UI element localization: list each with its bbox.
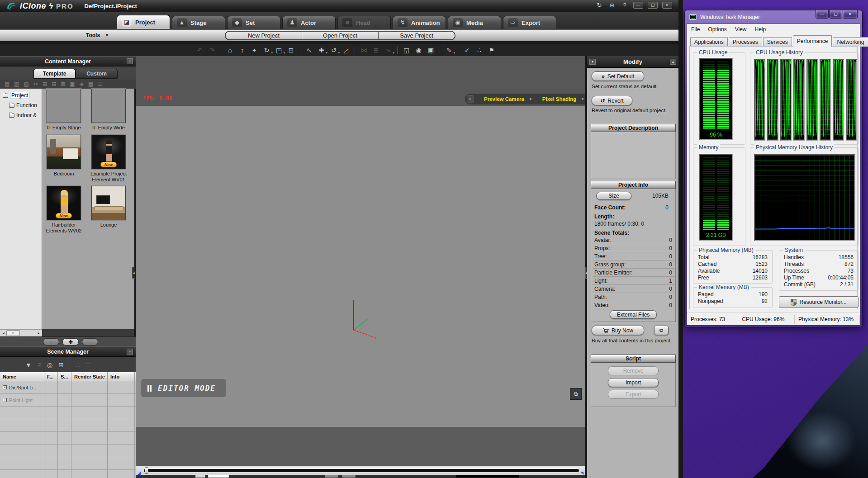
select-tool-icon[interactable]: ↖ [303, 47, 315, 54]
open-project-button[interactable]: Open Project [302, 32, 379, 39]
buy-now-button[interactable]: Buy Now [592, 326, 644, 335]
nav-add-button[interactable]: ✚ [62, 338, 79, 345]
content-tab-custom[interactable]: Custom [76, 69, 118, 79]
content-item-thumbnail[interactable] [91, 89, 126, 123]
tab-stage[interactable]: ▲Stage [172, 16, 225, 29]
tab-networking[interactable]: Networking [833, 37, 868, 47]
move-view-icon[interactable]: ⌖ [248, 47, 261, 54]
fullscreen-icon[interactable]: ▣ [425, 47, 437, 54]
menu-options[interactable]: Options [704, 25, 730, 34]
scale-gizmo-icon[interactable]: ◿ [340, 47, 352, 54]
minimize-viewport-icon[interactable]: ◱ [400, 47, 413, 54]
brush-icon[interactable]: ✎▾ [443, 47, 455, 54]
close-icon[interactable]: ✕ [843, 10, 858, 19]
timeline-end-marker[interactable] [580, 472, 583, 475]
preview-camera-menu[interactable]: Preview Camera [484, 96, 524, 102]
content-item-thumbnail[interactable]: New [47, 186, 81, 220]
maximize-icon[interactable]: ▢ [648, 2, 658, 9]
nav-forward-button[interactable]: → [82, 338, 98, 345]
duplicate-column-icon[interactable]: ⊞ [58, 361, 64, 369]
scroll-right-icon[interactable]: ▸ [36, 331, 41, 336]
move-gizmo-icon[interactable]: ✚▾ [315, 47, 327, 54]
pack-buy-icon-button[interactable]: ⧉ [654, 326, 669, 335]
control-button[interactable] [195, 475, 205, 478]
sync-icon[interactable]: ↻ [595, 2, 603, 9]
timeline-playhead[interactable] [145, 467, 148, 474]
particle-icon[interactable]: ∴ [473, 47, 485, 54]
maximize-icon[interactable]: ▢ [829, 10, 842, 19]
home-view-icon[interactable]: ⌂ [224, 47, 236, 54]
expand-icon[interactable]: + [3, 398, 7, 402]
column-header-info[interactable]: Info [108, 372, 135, 381]
viewport-3d-render-area[interactable]: EDITOR MODE ⧉ [136, 106, 585, 427]
viewport-expand-icon[interactable]: ⧉ [570, 388, 582, 400]
collapse-panel-icon[interactable]: ▫ [127, 58, 133, 64]
flag-icon[interactable]: ⚑ [485, 47, 498, 54]
frame-object-icon[interactable]: ⊡ [285, 47, 297, 54]
pixel-shading-menu[interactable]: Pixel Shading [542, 96, 576, 102]
size-button[interactable]: Size [596, 192, 631, 200]
tree-item-indoor[interactable]: Indoor & [0, 110, 42, 120]
tab-services[interactable]: Services [763, 37, 792, 47]
tab-animation[interactable]: ↯Animation [393, 16, 446, 29]
pan-vertical-icon[interactable]: ↕ [236, 47, 248, 54]
expand-icon[interactable]: + [3, 385, 7, 389]
tab-project[interactable]: ◪Project [117, 15, 170, 29]
column-header-render-state[interactable]: Render State [71, 372, 108, 381]
resource-monitor-button[interactable]: Resource Monitor... [779, 296, 859, 308]
tab-applications[interactable]: Applications [690, 37, 728, 47]
tree-item-project[interactable]: Project [0, 90, 42, 100]
control-button[interactable] [342, 475, 356, 478]
timeline-start-marker[interactable] [138, 472, 141, 475]
new-project-button[interactable]: New Project [226, 32, 302, 39]
content-item-thumbnail[interactable] [47, 135, 81, 169]
menu-view[interactable]: View [731, 25, 750, 34]
camera-bar-toggle-icon[interactable]: ▸ [467, 95, 474, 103]
collapse-panel-icon[interactable]: ▴ [670, 59, 676, 65]
set-default-button[interactable]: » Set Default [592, 71, 644, 81]
minimize-icon[interactable]: — [816, 10, 829, 19]
close-icon[interactable]: × [662, 2, 672, 9]
filter-icon[interactable]: ▼ [25, 361, 32, 369]
tab-performance[interactable]: Performance [793, 35, 832, 47]
orbit-view-icon[interactable]: ↻▾ [261, 47, 273, 54]
zoom-extents-icon[interactable]: ◳▾ [273, 47, 285, 54]
camera-view-icon[interactable]: ◉ [413, 47, 425, 54]
scene-row-dir-spot-li[interactable]: +Dir./Spot Li... [0, 381, 136, 394]
snap-check-icon[interactable]: ✓ [461, 47, 473, 54]
column-header-s[interactable]: S... [58, 372, 71, 381]
help-icon[interactable]: ? [621, 2, 629, 9]
scene-row-point-light[interactable]: +Point Light [0, 394, 136, 407]
scrollbar-thumb[interactable]: ⁞⁞ [6, 330, 20, 336]
timeline-track[interactable] [144, 469, 579, 472]
content-item-thumbnail[interactable] [47, 89, 81, 123]
column-header-name[interactable]: Name [0, 372, 44, 381]
tab-set[interactable]: ◆Set [227, 16, 280, 29]
tree-item-function[interactable]: Function [0, 100, 42, 110]
frame-field[interactable] [208, 475, 229, 478]
external-files-button[interactable]: External Files [610, 310, 657, 319]
gear-icon[interactable]: ⊛ [608, 2, 616, 9]
sort-icon[interactable]: ≡ [38, 361, 41, 369]
tab-actor[interactable]: ♟Actor [282, 16, 336, 29]
collapse-panel-icon[interactable]: ▫ [127, 349, 133, 355]
revert-button[interactable]: ↺ Revert [592, 96, 632, 105]
import-button[interactable]: Import [608, 378, 659, 387]
tree-horizontal-scrollbar[interactable]: ◂ ⁞⁞ ▸ [0, 329, 42, 336]
content-tab-template[interactable]: Template [33, 69, 76, 79]
tools-menu[interactable]: Tools [86, 32, 100, 38]
tab-processes[interactable]: Processes [729, 37, 762, 47]
panel-menu-icon[interactable]: ▾ [589, 59, 596, 65]
control-button[interactable] [325, 475, 338, 478]
search-icon[interactable]: ◎ [47, 361, 52, 369]
tab-export[interactable]: ⇨Export [503, 16, 556, 29]
iclone-titlebar[interactable]: iClone ϟ PRO DefProject.iProject ↻⊛?—▢× [0, 0, 682, 12]
minimize-icon[interactable]: — [633, 2, 643, 9]
column-header-f[interactable]: F... [44, 372, 58, 381]
left-panel-collapse-handle[interactable]: ◂ [132, 267, 135, 279]
save-project-button[interactable]: Save Project [379, 32, 455, 39]
menu-help[interactable]: Help [751, 25, 770, 34]
content-item-thumbnail[interactable]: New [91, 135, 126, 169]
tab-media[interactable]: ◉Media [448, 16, 501, 29]
content-item-thumbnail[interactable] [91, 186, 126, 220]
